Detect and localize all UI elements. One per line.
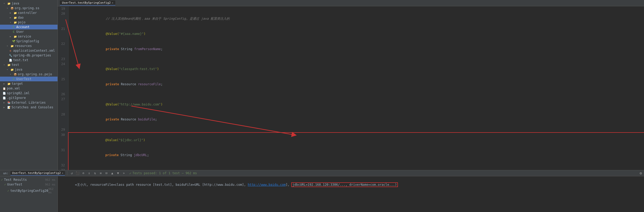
- sidebar-item-spring-db[interactable]: 🔧 spring-db.properties: [0, 53, 58, 58]
- line-number: 31: [58, 148, 68, 163]
- tab-close-icon[interactable]: ✕: [112, 1, 113, 4]
- line-number: 25: [58, 77, 68, 92]
- sidebar-label: UserTest: [16, 77, 32, 81]
- test-method-ms: 962 ms: [48, 187, 56, 194]
- sidebar-label: SpringConfig: [16, 39, 39, 43]
- sidebar-item-test-txt[interactable]: 📄 test.txt: [0, 58, 58, 62]
- sidebar-item-target[interactable]: ▶ 📁 target: [0, 81, 58, 86]
- run-tab-close-icon[interactable]: ✕: [62, 172, 63, 174]
- sidebar-item-java[interactable]: ▾ 📁 java: [0, 1, 58, 6]
- test-results-item[interactable]: ✓ Test Results 962 ms: [0, 177, 58, 182]
- sidebar-item-appcontext[interactable]: ⚙ applicationContext.xml: [0, 48, 58, 53]
- folder-icon: 📁: [13, 20, 17, 24]
- code-row: 20 // 注入其他Bean的属性，aaa 来自于 SpringConfig, …: [58, 11, 644, 26]
- sidebar-item-org-spring-ss[interactable]: ▾ 📦 org.spring.ss: [0, 6, 58, 10]
- sidebar-item-service[interactable]: ▶ 📁 service: [0, 34, 58, 39]
- output-link[interactable]: http://www.baidu.com: [248, 183, 286, 187]
- output-line: =王小六, resourceFile=class path resource […: [60, 177, 642, 193]
- rerun-button[interactable]: ↺: [69, 171, 74, 176]
- annotation-text: ): [157, 67, 159, 71]
- class-icon: C: [12, 25, 16, 29]
- code-text: // 注入其他Bean的属性，aaa 来自于 SpringConfig, 是通过…: [68, 11, 644, 26]
- line-number: 21: [58, 26, 68, 42]
- package-icon: 📦: [10, 6, 14, 10]
- sidebar-item-springconfig[interactable]: 🌱 SpringConfig: [0, 39, 58, 44]
- code-text: private String fromPersonName;: [68, 41, 644, 57]
- output-text: =王小六, resourceFile=class path resource […: [75, 183, 248, 187]
- test-method-item[interactable]: ✓ testBySpringConfig20 962 ms: [0, 187, 58, 195]
- sidebar-item-controller[interactable]: ▶ 📁 controller: [0, 10, 58, 15]
- sidebar-item-user[interactable]: C User: [0, 29, 58, 34]
- run-tab[interactable]: UserTest.testBySpringConfig2 ✕: [11, 171, 65, 176]
- pass-icon: ✓: [1, 178, 3, 182]
- collapse-button[interactable]: ⊟: [104, 171, 109, 176]
- editor-tab[interactable]: UserTest.testBySpringConfig2 ✕: [60, 1, 115, 6]
- sidebar-label: Account: [16, 25, 30, 29]
- code-row-boxed: 33 @Value("${jdbc.driverName}"): [58, 168, 644, 170]
- sidebar-item-iml[interactable]: 📄 spring02.iml: [0, 91, 58, 96]
- sidebar-item-scratches[interactable]: ▶ 📝 Scratches and Consoles: [0, 105, 58, 110]
- sidebar-item-gitignore[interactable]: 📄 .gitIgnore: [0, 96, 58, 100]
- collapse-arrow-icon: ▶: [2, 82, 6, 86]
- expand-arrow-icon: ▾: [5, 6, 9, 10]
- filter-button[interactable]: ⊘: [81, 171, 86, 176]
- annotation-text: ): [144, 32, 146, 36]
- annotation-text: ): [161, 103, 163, 106]
- usertest-item[interactable]: ✓ UserTest 962 ms: [0, 182, 58, 187]
- test-content: ✓ Test Results 962 ms ✓ UserTest 962 ms …: [0, 176, 644, 212]
- code-row: 24 @Value("classpath:test.txt"): [58, 62, 644, 77]
- code-text: @Value("${jdbc.url}"): [68, 132, 644, 148]
- expand-arrow-icon: ▾: [5, 44, 9, 48]
- collapse-arrow-icon: ▶: [8, 11, 13, 15]
- settings-button[interactable]: ⚙: [640, 171, 642, 175]
- sidebar-item-ext-libs[interactable]: ▶ 📚 External Libraries: [0, 100, 58, 105]
- pass-indicator: ✓ Tests passed: 1 of 1 test – 962 ms: [129, 171, 197, 175]
- prev-button[interactable]: ▲: [110, 171, 115, 176]
- sidebar-item-usertest[interactable]: C UserTest: [0, 77, 58, 81]
- sidebar-item-test-java[interactable]: ▾ 📁 java: [0, 67, 58, 72]
- expand-button[interactable]: ≡: [98, 171, 103, 176]
- line-number: 19: [58, 6, 68, 11]
- sidebar-item-pojo[interactable]: ▾ 📁 pojo: [0, 20, 58, 25]
- line-number: 32: [58, 163, 68, 168]
- annotation-text: @Value(: [98, 103, 119, 106]
- scratch-icon: 📝: [7, 105, 11, 109]
- punctuation: ;: [161, 47, 163, 51]
- sidebar-label: spring-db.properties: [13, 54, 51, 57]
- test-results-label: Test Results: [4, 178, 27, 182]
- code-row: 23: [58, 57, 644, 62]
- type-text: String: [121, 47, 134, 51]
- code-row: 25 private Resource resourceFile;: [58, 77, 644, 92]
- output-text-2: ],: [286, 183, 292, 187]
- sidebar-item-account[interactable]: C Account: [0, 25, 58, 29]
- run-label: un:: [2, 172, 9, 175]
- sidebar-label: java: [15, 68, 22, 71]
- sidebar-item-pom[interactable]: 📋 pom.xml: [0, 86, 58, 91]
- code-text: [68, 57, 644, 62]
- sort-alpha-button[interactable]: ↕: [87, 171, 91, 176]
- spring-icon: 🌱: [12, 39, 16, 43]
- sidebar-item-test-root[interactable]: ▾ 📁 test: [0, 62, 58, 67]
- separator: [67, 171, 67, 175]
- editor-tab-bar: UserTest.testBySpringConfig2 ✕: [58, 0, 644, 6]
- sidebar-item-org-spring-ss-pojo[interactable]: ▾ 📦 org.spring.ss.pojo: [0, 72, 58, 77]
- next-button[interactable]: ▼: [116, 171, 120, 176]
- line-number: 29: [58, 127, 68, 132]
- string-text: "#{aaa.name}": [119, 32, 144, 36]
- line-number: 33: [58, 168, 68, 170]
- more-button[interactable]: »: [121, 171, 126, 176]
- test-method-label: testBySpringConfig20: [10, 189, 48, 193]
- stop-button[interactable]: ⬛: [75, 171, 80, 176]
- sidebar-item-dao[interactable]: ▶ 📁 dao: [0, 15, 58, 20]
- expand-arrow-icon: ▾: [5, 67, 9, 72]
- annotation-text: @Value(: [98, 138, 118, 142]
- folder-icon: 📁: [10, 67, 14, 72]
- test-tree[interactable]: ✓ Test Results 962 ms ✓ UserTest 962 ms …: [0, 176, 58, 212]
- sidebar-item-resources[interactable]: ▾ 📁 resources: [0, 44, 58, 48]
- sidebar-label: User: [16, 30, 24, 34]
- folder-icon: 📁: [13, 11, 17, 15]
- expand-arrow-icon: ▾: [2, 1, 6, 6]
- file-tree[interactable]: ▾ 📁 java ▾ 📦 org.spring.ss ▶ 📁 controlle…: [0, 0, 58, 170]
- sort-dur-button[interactable]: ⇅: [92, 171, 97, 176]
- code-editor[interactable]: 19 20 // 注入其他Bean的属性，aaa 来自于 SpringConfi…: [58, 6, 644, 170]
